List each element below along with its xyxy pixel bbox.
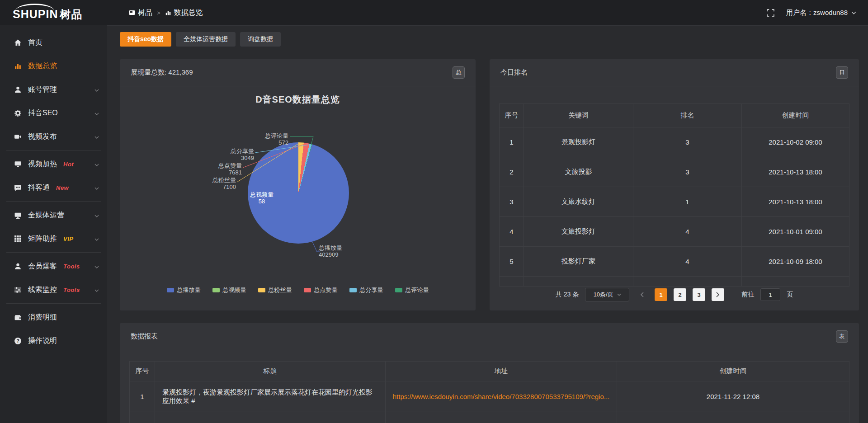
ranking-table: 序号 关键词 排名 创建时间 1景观投影灯32021-10-02 09:00 2… <box>499 103 849 287</box>
hot-badge: Hot <box>63 161 74 168</box>
sidebar-item-all-media[interactable]: 全媒体运营 <box>0 203 107 227</box>
pie-label-plays: 总播放量402909 <box>319 244 368 258</box>
ranking-title: 今日排名 <box>500 68 528 77</box>
user-icon <box>14 85 22 94</box>
pie-label-fans: 总粉丝量7100 <box>182 177 236 190</box>
legend-swatch <box>349 288 357 292</box>
app-logo: SHUPIN树品 <box>13 4 103 22</box>
pie-label-comments: 总评论量572 <box>234 132 288 146</box>
chevron-left-icon <box>640 292 644 297</box>
table-header-row: 序号 关键词 排名 创建时间 <box>500 104 849 127</box>
tab-all-media-data[interactable]: 全媒体运营数据 <box>176 32 236 47</box>
tools-badge: Tools <box>63 263 80 270</box>
app-window: SHUPIN树品 树品 > 数据总览 用户名：zswodun88 首页 <box>0 0 868 423</box>
goto-unit-label: 页 <box>787 291 793 299</box>
bar-chart-icon <box>165 9 171 16</box>
breadcrumb-root[interactable]: 树品 <box>129 8 152 18</box>
table-row: 5投影灯厂家42021-10-09 18:00 <box>500 247 849 277</box>
impressions-total-label: 展现量总数: 421,369 <box>131 68 193 77</box>
chevron-down-icon <box>94 160 99 168</box>
day-badge-button[interactable]: 日 <box>836 66 848 79</box>
chat-bubble-icon <box>14 183 22 192</box>
panel-header: 数据报表 表 <box>120 323 859 350</box>
vip-badge: VIP <box>63 235 73 242</box>
fullscreen-icon[interactable] <box>767 9 774 17</box>
table-row: 1景观投影灯32021-10-02 09:00 <box>500 127 849 157</box>
prev-page-button[interactable] <box>636 288 648 301</box>
grid-icon <box>14 235 22 243</box>
page-button-1[interactable]: 1 <box>655 288 667 301</box>
username-label: 用户名：zswodun88 <box>786 9 848 17</box>
breadcrumb-current[interactable]: 数据总览 <box>165 8 203 18</box>
table-row: 4文旅投影灯42021-10-01 09:00 <box>500 217 849 247</box>
panel-header: 今日排名 日 <box>490 59 859 86</box>
legend-swatch <box>395 288 402 292</box>
video-camera-icon <box>14 132 22 141</box>
table-row: 1 景观投影灯，夜游景观投影灯厂家展示展示落花灯在花园里的灯光投影应用效果 # … <box>130 381 849 412</box>
sidebar-item-douyin-seo[interactable]: 抖音SEO <box>0 101 107 125</box>
video-link[interactable]: https://www.iesdouyin.com/share/video/70… <box>386 393 617 400</box>
chevron-down-icon <box>851 11 856 14</box>
sidebar-item-data-overview[interactable]: 数据总览 <box>0 54 107 78</box>
next-page-button[interactable] <box>712 288 724 301</box>
legend-item-videos[interactable]: 总视频量 <box>212 286 246 294</box>
total-count-label: 共 23 条 <box>556 291 579 299</box>
pie-label-likes: 总点赞量7681 <box>188 162 242 176</box>
tab-inquiry-data[interactable]: 询盘数据 <box>240 32 281 47</box>
sidebar-item-douketong[interactable]: 抖客通 New <box>0 176 107 199</box>
legend-swatch <box>212 288 220 292</box>
sidebar-item-help[interactable]: ? 操作说明 <box>0 329 107 352</box>
chevron-down-icon <box>94 235 99 243</box>
table-badge-button[interactable]: 表 <box>836 330 848 343</box>
dashboard-icon <box>129 9 135 16</box>
sidebar-item-spend-detail[interactable]: 消费明细 <box>0 306 107 329</box>
svg-text:?: ? <box>16 338 19 343</box>
header-right: 用户名：zswodun88 <box>767 0 856 25</box>
tab-douyin-seo-data[interactable]: 抖音seo数据 <box>120 32 171 47</box>
sidebar-item-account[interactable]: 账号管理 <box>0 78 107 101</box>
legend-item-comments[interactable]: 总评论量 <box>395 286 429 294</box>
bar-chart-icon <box>14 62 22 70</box>
pie-chart-title: D音SEO数据量总览 <box>120 94 476 106</box>
top-header: SHUPIN树品 树品 > 数据总览 用户名：zswodun88 <box>0 0 868 25</box>
wallet-icon <box>14 313 22 321</box>
sidebar-divider <box>6 150 101 150</box>
report-table: 序号 标题 地址 创建时间 1 景观投影灯，夜游景观投影灯厂家展示展示落花灯在花… <box>129 361 849 423</box>
sidebar-item-video-publish[interactable]: 视频发布 <box>0 125 107 148</box>
goto-page-input[interactable] <box>760 288 780 301</box>
tools-badge: Tools <box>63 287 80 293</box>
user-menu[interactable]: 用户名：zswodun88 <box>786 9 856 17</box>
sidebar-item-home[interactable]: 首页 <box>0 31 107 54</box>
sidebar: 首页 数据总览 账号管理 抖音SEO 视频发布 视频加热 Hot <box>0 25 107 423</box>
today-ranking-panel: 今日排名 日 序号 关键词 排名 创建时间 1景观投影灯32021-10-02 … <box>490 59 859 310</box>
legend-item-plays[interactable]: 总播放量 <box>167 286 201 294</box>
legend-item-shares[interactable]: 总分享量 <box>349 286 383 294</box>
sidebar-item-video-heat[interactable]: 视频加热 Hot <box>0 152 107 176</box>
table-header-row: 序号 标题 地址 创建时间 <box>130 362 849 381</box>
chevron-down-icon <box>94 183 99 192</box>
sidebar-item-member-burst[interactable]: 会员爆客 Tools <box>0 254 107 278</box>
data-tabs: 抖音seo数据 全媒体运营数据 询盘数据 <box>120 32 281 47</box>
total-badge-button[interactable]: 总 <box>453 66 465 79</box>
chevron-down-icon <box>94 85 99 94</box>
page-button-3[interactable]: 3 <box>693 288 705 301</box>
page-size-select[interactable]: 10条/页 <box>585 288 629 301</box>
legend-item-likes[interactable]: 总点赞量 <box>304 286 338 294</box>
gear-icon <box>14 109 22 117</box>
sidebar-item-lead-monitor[interactable]: 线索监控 Tools <box>0 278 107 301</box>
sidebar-item-matrix-boost[interactable]: 矩阵助推 VIP <box>0 227 107 250</box>
table-row: 3文旅水纹灯12021-10-13 18:00 <box>500 187 849 217</box>
chevron-right-icon <box>716 292 720 297</box>
chevron-down-icon <box>94 262 99 270</box>
chevron-down-icon <box>617 293 621 296</box>
table-row: 2文旅投影32021-10-13 18:00 <box>500 157 849 187</box>
pie-legend: 总播放量 总视频量 总粉丝量 总点赞量 总分享量 总评论量 <box>120 286 476 294</box>
legend-item-fans[interactable]: 总粉丝量 <box>258 286 292 294</box>
monitor-icon <box>14 211 22 219</box>
question-circle-icon: ? <box>14 337 22 345</box>
table-row-stub <box>130 412 849 423</box>
chevron-down-icon <box>94 286 99 294</box>
page-button-2[interactable]: 2 <box>674 288 686 301</box>
goto-label: 前往 <box>741 291 754 299</box>
new-badge: New <box>56 184 69 191</box>
